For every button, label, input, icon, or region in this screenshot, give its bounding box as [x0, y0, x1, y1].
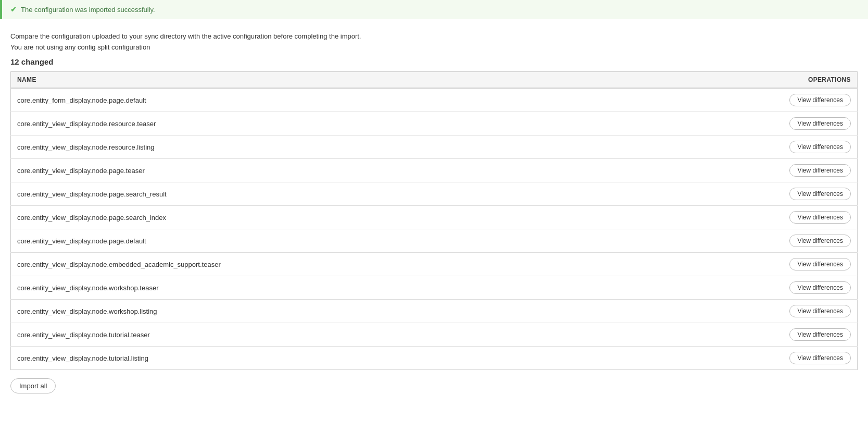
operations-cell: View differences [641, 136, 858, 159]
config-name: core.entity_view_display.node.page.searc… [11, 206, 641, 229]
check-icon: ✔ [10, 5, 17, 14]
table-row: core.entity_view_display.node.tutorial.l… [11, 347, 858, 370]
table-row: core.entity_view_display.node.page.searc… [11, 182, 858, 206]
operations-cell: View differences [641, 276, 858, 300]
operations-cell: View differences [641, 182, 858, 206]
config-name: core.entity_view_display.node.page.defau… [11, 229, 641, 253]
config-name: core.entity_view_display.node.workshop.l… [11, 300, 641, 323]
no-split-notice: You are not using any config split confi… [10, 43, 858, 51]
config-name: core.entity_view_display.node.resource.l… [11, 136, 641, 159]
view-differences-button[interactable]: View differences [789, 164, 851, 177]
view-differences-button[interactable]: View differences [789, 235, 851, 247]
operations-cell: View differences [641, 347, 858, 370]
table-row: core.entity_view_display.node.embedded_a… [11, 253, 858, 276]
changed-heading: 12 changed [10, 57, 858, 66]
success-banner: ✔ The configuration was imported success… [0, 0, 868, 19]
table-row: core.entity_view_display.node.workshop.l… [11, 300, 858, 323]
config-name: core.entity_view_display.node.embedded_a… [11, 253, 641, 276]
config-name: core.entity_view_display.node.page.tease… [11, 159, 641, 182]
table-row: core.entity_view_display.node.resource.l… [11, 136, 858, 159]
description-text: Compare the configuration uploaded to yo… [10, 32, 858, 40]
column-name: NAME [11, 72, 641, 89]
view-differences-button[interactable]: View differences [789, 305, 851, 317]
config-name: core.entity_view_display.node.page.searc… [11, 182, 641, 206]
operations-cell: View differences [641, 206, 858, 229]
table-row: core.entity_view_display.node.workshop.t… [11, 276, 858, 300]
view-differences-button[interactable]: View differences [789, 94, 851, 106]
operations-cell: View differences [641, 323, 858, 347]
table-row: core.entity_view_display.node.page.defau… [11, 229, 858, 253]
view-differences-button[interactable]: View differences [789, 211, 851, 224]
operations-cell: View differences [641, 159, 858, 182]
view-differences-button[interactable]: View differences [789, 117, 851, 130]
operations-cell: View differences [641, 229, 858, 253]
config-name: core.entity_view_display.node.tutorial.l… [11, 347, 641, 370]
operations-cell: View differences [641, 112, 858, 136]
table-row: core.entity_view_display.node.page.searc… [11, 206, 858, 229]
column-operations: OPERATIONS [641, 72, 858, 89]
config-name: core.entity_view_display.node.resource.t… [11, 112, 641, 136]
table-row: core.entity_form_display.node.page.defau… [11, 88, 858, 112]
view-differences-button[interactable]: View differences [789, 141, 851, 153]
operations-cell: View differences [641, 88, 858, 112]
success-message: The configuration was imported successfu… [21, 6, 155, 14]
operations-cell: View differences [641, 253, 858, 276]
operations-cell: View differences [641, 300, 858, 323]
table-row: core.entity_view_display.node.tutorial.t… [11, 323, 858, 347]
view-differences-button[interactable]: View differences [789, 352, 851, 364]
config-name: core.entity_view_display.node.tutorial.t… [11, 323, 641, 347]
config-table: NAME OPERATIONS core.entity_form_display… [10, 71, 858, 370]
table-row: core.entity_view_display.node.page.tease… [11, 159, 858, 182]
table-row: core.entity_view_display.node.resource.t… [11, 112, 858, 136]
view-differences-button[interactable]: View differences [789, 328, 851, 341]
view-differences-button[interactable]: View differences [789, 258, 851, 270]
config-name: core.entity_form_display.node.page.defau… [11, 88, 641, 112]
view-differences-button[interactable]: View differences [789, 188, 851, 200]
config-name: core.entity_view_display.node.workshop.t… [11, 276, 641, 300]
view-differences-button[interactable]: View differences [789, 281, 851, 294]
import-all-button[interactable]: Import all [10, 378, 56, 393]
